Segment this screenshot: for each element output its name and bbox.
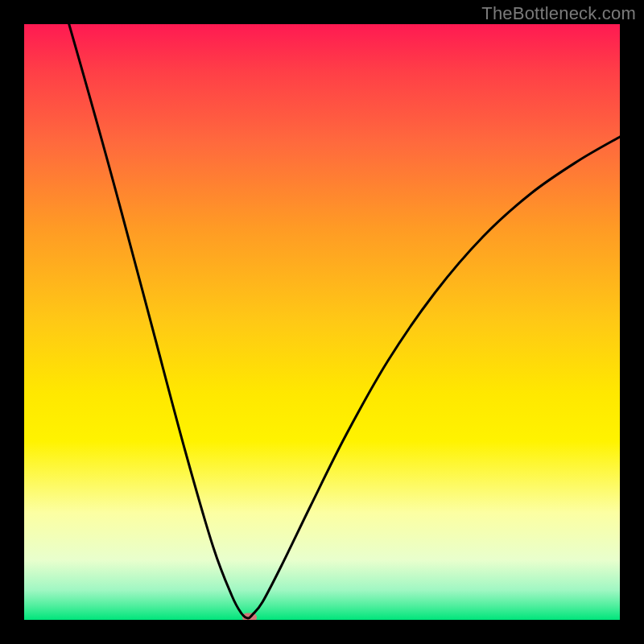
watermark-text: TheBottleneck.com bbox=[481, 3, 636, 24]
chart-frame: TheBottleneck.com bbox=[0, 0, 644, 644]
plot-area bbox=[24, 24, 620, 620]
bottleneck-curve bbox=[24, 24, 620, 620]
curve-path bbox=[64, 24, 620, 618]
